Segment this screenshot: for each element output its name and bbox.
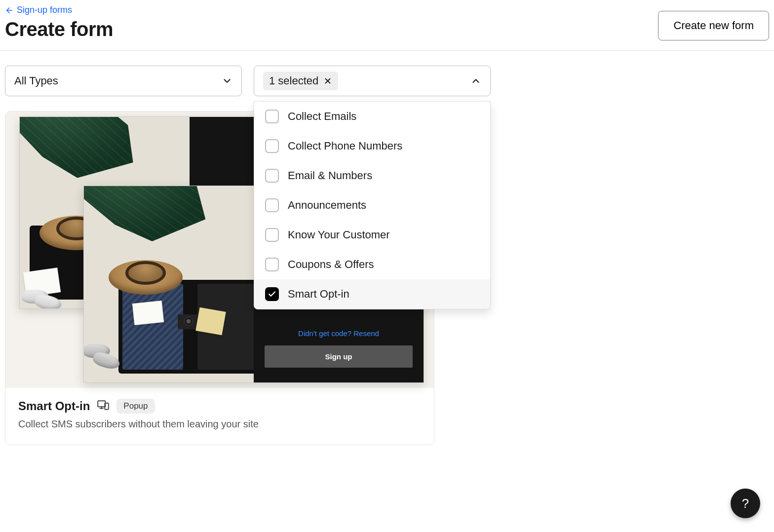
goal-option-collect-emails[interactable]: Collect Emails	[254, 102, 490, 131]
checkbox-icon	[265, 198, 279, 212]
goal-option-email-numbers[interactable]: Email & Numbers	[254, 161, 490, 190]
checkbox-icon	[265, 228, 279, 242]
create-new-form-button[interactable]: Create new form	[658, 11, 769, 40]
preview-resend-prefix: Didn't get code?	[298, 329, 353, 338]
goal-option-label: Announcements	[288, 199, 366, 212]
goal-option-label: Email & Numbers	[288, 169, 372, 182]
svg-rect-3	[98, 401, 106, 407]
filter-types-label: All Types	[14, 75, 58, 87]
goal-option-smart-optin[interactable]: Smart Opt-in	[254, 279, 490, 309]
filter-goals-select[interactable]: 1 selected	[254, 66, 491, 96]
chevron-down-icon	[222, 76, 232, 86]
help-icon: ?	[742, 496, 749, 511]
preview-resend-link: Resend	[353, 329, 379, 338]
goal-option-label: Collect Phone Numbers	[288, 140, 402, 152]
goal-option-collect-phone[interactable]: Collect Phone Numbers	[254, 131, 490, 161]
checkbox-checked-icon	[265, 287, 279, 301]
template-title: Smart Opt-in	[18, 399, 90, 413]
checkbox-icon	[265, 139, 279, 153]
goal-option-label: Coupons & Offers	[288, 258, 374, 271]
arrow-left-icon	[5, 6, 14, 15]
filter-goals-dropdown: Collect Emails Collect Phone Numbers Ema…	[254, 101, 491, 309]
filter-goals-chip-label: 1 selected	[269, 75, 318, 87]
goal-option-announcements[interactable]: Announcements	[254, 190, 490, 220]
goal-option-label: Know Your Customer	[288, 228, 390, 241]
help-button[interactable]: ?	[731, 489, 760, 518]
template-type-badge: Popup	[116, 399, 155, 414]
checkbox-icon	[265, 258, 279, 271]
breadcrumb-back[interactable]: Sign-up forms	[5, 5, 72, 15]
devices-icon	[97, 399, 110, 414]
filter-goals-chip[interactable]: 1 selected	[263, 72, 338, 90]
template-description: Collect SMS subscribers without them lea…	[18, 418, 421, 430]
preview-resend-row: Didn't get code? Resend	[298, 329, 379, 338]
chevron-up-icon	[470, 76, 481, 86]
checkbox-icon	[265, 169, 279, 183]
goal-option-label: Collect Emails	[288, 110, 356, 123]
breadcrumb-label: Sign-up forms	[17, 5, 72, 15]
preview-signup-button: Sign up	[265, 345, 413, 368]
checkbox-icon	[265, 110, 279, 123]
page-title: Create form	[5, 18, 113, 40]
close-icon[interactable]	[323, 76, 332, 85]
goal-option-know-customer[interactable]: Know Your Customer	[254, 220, 490, 250]
filter-types-select[interactable]: All Types	[5, 66, 242, 96]
goal-option-label: Smart Opt-in	[288, 288, 349, 301]
goal-option-coupons[interactable]: Coupons & Offers	[254, 250, 490, 279]
